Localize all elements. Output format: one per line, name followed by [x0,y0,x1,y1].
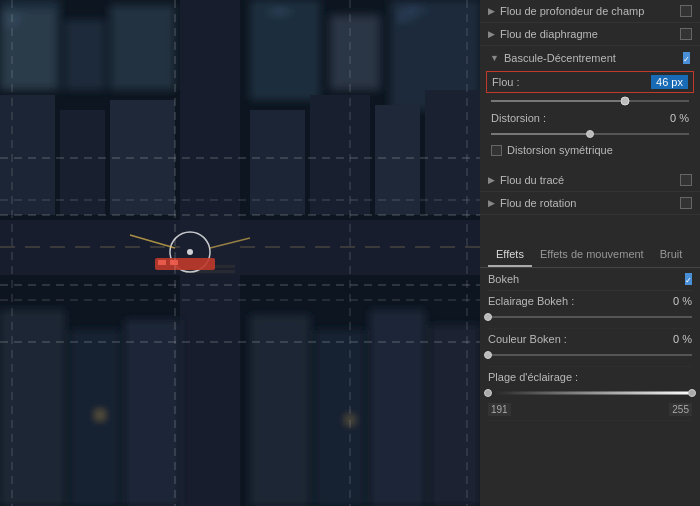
distorsion-sym-label: Distorsion symétrique [507,144,613,156]
checkbox-distorsion-sym[interactable] [491,145,502,156]
distorsion-row: Distorsion : 0 % [486,109,694,127]
svg-rect-20 [400,8,405,12]
tab-effets-mouvement[interactable]: Effets de mouvement [532,243,652,267]
svg-point-46 [97,412,103,418]
plage-label: Plage d'éclairage : [488,371,692,383]
checkbox-diaphragme[interactable] [680,28,692,40]
svg-rect-7 [65,20,105,90]
couleur-section: Couleur Boken : 0 % [488,329,692,367]
svg-rect-13 [12,15,16,18]
svg-rect-10 [330,15,380,90]
plage-slider-track [488,392,692,395]
svg-rect-29 [310,95,370,215]
bascule-header[interactable]: ▼ Bascule-Décentrement [486,48,694,68]
flou-slider-fill [491,100,620,102]
bokeh-label: Bokeh [488,273,685,285]
flou-slider-container[interactable] [486,93,694,109]
plage-slider-thumb-left[interactable] [484,389,492,397]
plage-header: Plage d'éclairage : [488,371,692,383]
eclairage-slider-thumb[interactable] [484,313,492,321]
eclairage-slider-track [488,316,692,318]
tabs-bar: Effets Effets de mouvement Bruit [480,243,700,268]
svg-rect-21 [410,8,415,12]
svg-rect-16 [12,22,16,25]
section-label-rotation: Flou de rotation [500,197,680,209]
flou-slider-thumb[interactable] [621,97,630,106]
plage-section: Plage d'éclairage : 191 255 [488,367,692,421]
right-panel: ▶ Flou de profondeur de champ ▶ Flou de … [480,0,700,506]
distorsion-label: Distorsion : [491,112,670,124]
section-flou-profondeur[interactable]: ▶ Flou de profondeur de champ [480,0,700,23]
svg-rect-9 [250,0,320,100]
svg-rect-28 [250,110,305,215]
distorsion-sym-row: Distorsion symétrique [486,141,694,161]
section-flou-diaphragme[interactable]: ▶ Flou de diaphragme [480,23,700,46]
distorsion-value: 0 % [670,112,689,124]
section-flou-rotation[interactable]: ▶ Flou de rotation [480,192,700,215]
expand-arrow-rotation: ▶ [488,198,495,208]
svg-rect-14 [19,15,23,18]
distorsion-slider-container[interactable] [486,127,694,141]
svg-rect-44 [370,310,425,506]
tab-effets[interactable]: Effets [488,243,532,267]
image-panel [0,0,480,506]
expand-arrow-profondeur: ▶ [488,6,495,16]
section-label-diaphragme: Flou de diaphragme [500,28,680,40]
couleur-slider-thumb[interactable] [484,351,492,359]
city-svg [0,0,480,506]
flou-row: Flou : 46 px [486,71,694,93]
flou-value[interactable]: 46 px [651,75,688,89]
svg-rect-38 [170,260,178,265]
svg-rect-8 [110,5,175,90]
svg-rect-37 [158,260,166,265]
svg-rect-18 [278,10,282,13]
svg-rect-43 [315,330,365,506]
couleur-label: Couleur Boken : [488,333,673,345]
section-label-bascule: Bascule-Décentrement [504,52,683,64]
section-label-trace: Flou du tracé [500,174,680,186]
spacer-2 [480,215,700,235]
expand-arrow-bascule: ▼ [490,53,499,63]
distorsion-slider-thumb[interactable] [586,130,594,138]
plage-slider-container[interactable] [488,386,692,400]
svg-point-35 [187,249,193,255]
svg-rect-45 [430,325,480,506]
checkbox-rotation[interactable] [680,197,692,209]
eclairage-header: Eclairage Bokeh : 0 % [488,295,692,307]
couleur-slider-container[interactable] [488,348,692,362]
checkbox-profondeur[interactable] [680,5,692,17]
section-flou-trace[interactable]: ▶ Flou du tracé [480,169,700,192]
bokeh-main-row: Bokeh [488,268,692,291]
svg-rect-26 [60,110,105,215]
checkbox-bokeh[interactable] [685,273,692,285]
expand-arrow-trace: ▶ [488,175,495,185]
svg-rect-41 [125,320,180,506]
couleur-header: Couleur Boken : 0 % [488,333,692,345]
expand-arrow-diaphragme: ▶ [488,29,495,39]
section-label-profondeur: Flou de profondeur de champ [500,5,680,17]
svg-rect-40 [70,330,120,506]
checkbox-trace[interactable] [680,174,692,186]
bascule-section: ▼ Bascule-Décentrement Flou : 46 px Dist… [486,48,694,161]
svg-rect-19 [286,10,290,13]
plage-slider-thumb-right[interactable] [688,389,696,397]
plage-min-value[interactable]: 191 [488,403,511,416]
svg-rect-39 [0,310,65,506]
couleur-value: 0 % [673,333,692,345]
flou-label: Flou : [492,76,651,88]
flou-slider-track [491,100,689,102]
svg-rect-12 [5,15,9,18]
svg-rect-24 [410,16,415,20]
svg-rect-23 [400,16,405,20]
svg-rect-31 [425,90,480,215]
svg-rect-15 [5,22,9,25]
eclairage-value: 0 % [673,295,692,307]
plage-values-row: 191 255 [488,403,692,416]
couleur-slider-track [488,354,692,356]
tab-bruit[interactable]: Bruit [652,243,691,267]
svg-rect-25 [0,95,55,215]
checkbox-bascule[interactable] [683,52,690,64]
eclairage-slider-container[interactable] [488,310,692,324]
distorsion-slider-fill [491,133,590,135]
plage-max-value[interactable]: 255 [669,403,692,416]
